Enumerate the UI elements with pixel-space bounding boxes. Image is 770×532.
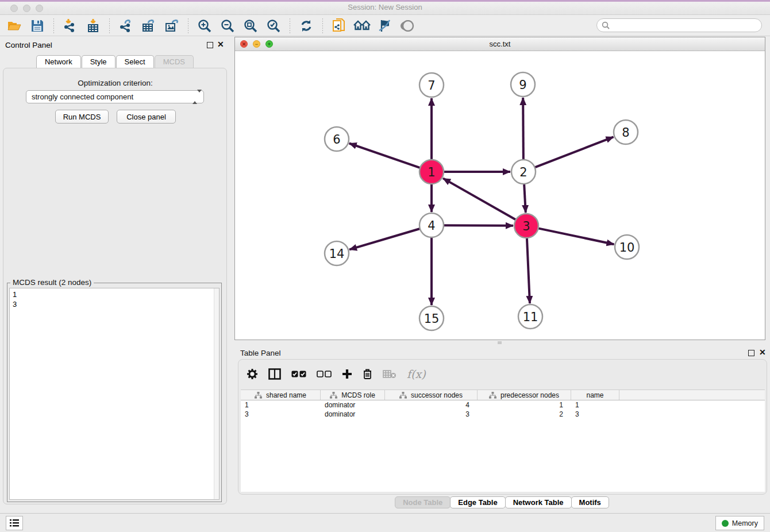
- function-builder-icon: f(x): [407, 368, 426, 380]
- toolbar-separator: [109, 18, 110, 33]
- column-header-predecessor-nodes[interactable]: predecessor nodes: [478, 390, 571, 400]
- home-pages-icon[interactable]: [353, 18, 371, 34]
- cell: 3: [385, 410, 478, 419]
- select-all-columns-icon[interactable]: [291, 371, 306, 378]
- graph-node-2[interactable]: 2: [511, 160, 536, 184]
- column-header-successor-nodes[interactable]: successor nodes: [385, 390, 478, 400]
- graph-node-11[interactable]: 11: [518, 304, 542, 329]
- graph-node-15[interactable]: 15: [419, 306, 444, 330]
- memory-button[interactable]: Memory: [715, 516, 764, 530]
- graph-edge-2-9: [523, 98, 523, 160]
- svg-text:1: 1: [428, 165, 435, 179]
- cell: 3: [241, 410, 321, 419]
- zoom-out-icon[interactable]: [219, 18, 236, 34]
- hide-flag-icon[interactable]: [376, 18, 394, 34]
- cell: 4: [385, 400, 478, 410]
- show-panels-list-button[interactable]: [6, 516, 23, 530]
- float-table-panel-icon[interactable]: [748, 350, 754, 356]
- export-table-icon[interactable]: [140, 18, 157, 34]
- toolbar-separator: [53, 18, 54, 33]
- tab-network[interactable]: Network: [36, 55, 81, 68]
- show-column-panel-icon[interactable]: [268, 368, 281, 380]
- export-image-icon[interactable]: [163, 18, 180, 34]
- node-table[interactable]: shared nameMCDS rolesuccessor nodesprede…: [241, 390, 765, 492]
- network-window-titlebar[interactable]: ✕ − + scc.txt: [235, 37, 765, 51]
- svg-text:15: 15: [424, 312, 440, 326]
- graph-node-14[interactable]: 14: [325, 241, 349, 265]
- document-network-icon[interactable]: [330, 18, 348, 34]
- graph-node-6[interactable]: 6: [325, 127, 349, 151]
- tab-select[interactable]: Select: [116, 55, 154, 68]
- graph-node-4[interactable]: 4: [419, 213, 444, 237]
- cell: 2: [478, 410, 571, 419]
- mcds-result-box[interactable]: 1 3: [9, 288, 220, 500]
- network-view-window: ✕ − + scc.txt 1234678910111415: [234, 37, 765, 340]
- network-canvas[interactable]: 1234678910111415: [235, 51, 765, 340]
- run-mcds-button[interactable]: Run MCDS: [55, 110, 109, 124]
- svg-text:4: 4: [428, 219, 435, 233]
- float-panel-icon[interactable]: [207, 42, 213, 48]
- mcds-result-group: MCDS result (2 nodes) 1 3: [7, 283, 222, 502]
- graph-node-8[interactable]: 8: [614, 120, 638, 144]
- tab-style[interactable]: Style: [82, 55, 116, 68]
- cell: dominator: [321, 400, 385, 410]
- graph-edge-4-3: [444, 225, 513, 226]
- zoom-in-icon[interactable]: [196, 18, 213, 34]
- close-panel-button[interactable]: Close panel: [117, 110, 176, 124]
- graph-node-3[interactable]: 3: [514, 214, 538, 238]
- import-network-icon[interactable]: [61, 18, 79, 34]
- save-session-icon[interactable]: [29, 18, 46, 34]
- tab-node-table[interactable]: Node Table: [395, 496, 451, 508]
- create-column-plus-icon[interactable]: [342, 369, 352, 379]
- svg-text:14: 14: [329, 247, 345, 261]
- cell: 1: [241, 400, 321, 410]
- optimization-criterion-select[interactable]: strongly connected component: [26, 90, 204, 103]
- cell: 3: [571, 410, 619, 419]
- close-panel-icon[interactable]: ✕: [217, 41, 224, 48]
- open-folder-icon[interactable]: [6, 18, 23, 34]
- toolbar-separator: [188, 18, 188, 33]
- search-input[interactable]: [613, 21, 761, 29]
- close-table-panel-icon[interactable]: ✕: [759, 349, 766, 356]
- table-settings-gear-icon[interactable]: [247, 368, 258, 380]
- deselect-all-columns-icon[interactable]: [317, 371, 332, 378]
- tab-mcds[interactable]: MCDS: [155, 55, 194, 68]
- vertical-splitter[interactable]: [230, 36, 234, 513]
- search-field[interactable]: [596, 18, 762, 32]
- horizontal-splitter[interactable]: [234, 340, 770, 345]
- table-row[interactable]: 1dominator411: [241, 400, 765, 410]
- svg-text:9: 9: [519, 78, 526, 92]
- control-panel-title: Control Panel: [5, 41, 52, 49]
- search-icon: [602, 21, 610, 29]
- table-panel-title: Table Panel: [240, 349, 281, 357]
- graph-node-7[interactable]: 7: [419, 73, 444, 97]
- mcds-result-text: 1 3: [13, 290, 17, 309]
- zoom-fit-icon[interactable]: [242, 18, 259, 34]
- table-row[interactable]: 3dominator323: [241, 410, 765, 419]
- svg-text:2: 2: [519, 165, 527, 179]
- result-scrollbar[interactable]: [214, 288, 219, 499]
- delete-column-trash-icon[interactable]: [363, 368, 372, 380]
- tab-network-table[interactable]: Network Table: [505, 496, 572, 508]
- table-tabs: Node TableEdge TableNetwork TableMotifs: [234, 496, 770, 508]
- memory-status-icon: [722, 520, 729, 527]
- export-network-icon[interactable]: [117, 18, 134, 34]
- tab-edge-table[interactable]: Edge Table: [450, 496, 505, 508]
- table-toolbar: f(x): [247, 364, 426, 384]
- graph-edge-1-6: [349, 144, 420, 168]
- column-header-shared-name[interactable]: shared name: [241, 390, 321, 400]
- column-header-MCDS-role[interactable]: MCDS role: [321, 390, 385, 400]
- refresh-icon[interactable]: [298, 18, 315, 34]
- eye-preview-icon[interactable]: [399, 18, 417, 34]
- import-table-icon[interactable]: [84, 18, 102, 34]
- graph-node-1[interactable]: 1: [419, 160, 444, 184]
- graph-node-9[interactable]: 9: [511, 72, 535, 97]
- column-header-name[interactable]: name: [571, 390, 619, 400]
- mcds-result-title: MCDS result (2 nodes): [10, 278, 94, 287]
- table-container: f(x) shared nameMCDS rolesuccessor nodes…: [238, 359, 767, 495]
- tab-motifs[interactable]: Motifs: [571, 496, 609, 508]
- svg-text:11: 11: [523, 310, 538, 324]
- splitter-grip[interactable]: [498, 341, 502, 344]
- graph-node-10[interactable]: 10: [615, 235, 639, 259]
- zoom-selected-icon[interactable]: [265, 18, 282, 34]
